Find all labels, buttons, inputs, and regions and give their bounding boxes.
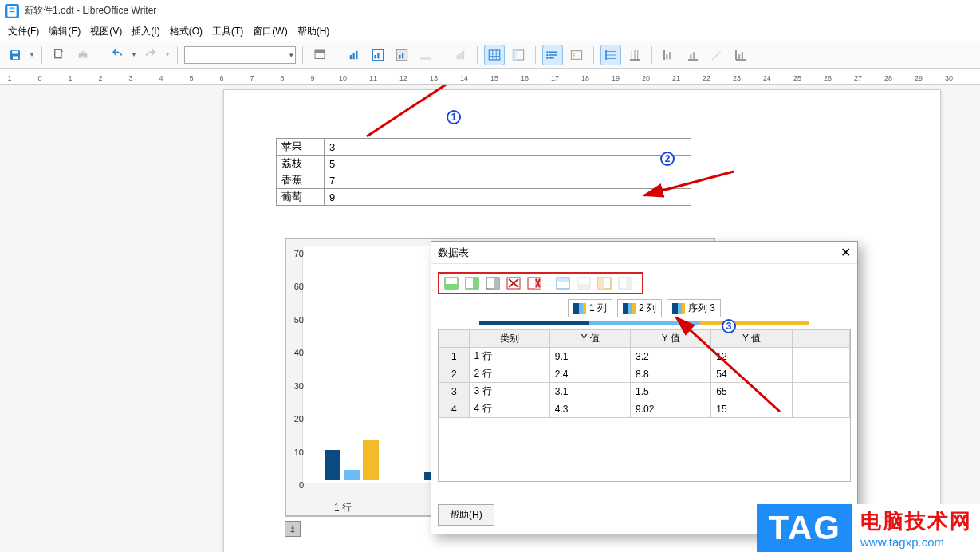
- help-button[interactable]: 帮助(H): [438, 504, 494, 526]
- app-name: LibreOffice Writer: [82, 5, 156, 16]
- grid-cell[interactable]: 3.2: [631, 348, 711, 365]
- grid-header-y3[interactable]: Y 值: [711, 330, 792, 348]
- redo-dropdown-icon[interactable]: ▾: [164, 51, 171, 58]
- grid-row-header[interactable]: 3: [439, 383, 470, 400]
- menu-format[interactable]: 格式(O): [165, 23, 207, 40]
- chart-type-combo[interactable]: ▾: [184, 46, 296, 64]
- grid-cell[interactable]: 4.3: [549, 400, 630, 418]
- move-row-up-icon[interactable]: [554, 275, 572, 291]
- grid-header-y2[interactable]: Y 值: [631, 330, 711, 348]
- menu-insert[interactable]: 插入(I): [127, 23, 164, 40]
- insert-row-icon[interactable]: [443, 275, 460, 291]
- grid-cell[interactable]: 4 行: [469, 400, 549, 418]
- grid-cell[interactable]: [792, 400, 849, 418]
- grid-cell[interactable]: 65: [711, 383, 792, 400]
- grid-cell[interactable]: 1.5: [631, 383, 711, 400]
- svg-rect-60: [742, 52, 743, 59]
- data-table-icon[interactable]: [484, 45, 505, 65]
- delete-column-icon[interactable]: [525, 275, 543, 291]
- series-tab-1[interactable]: 1 列: [568, 299, 612, 317]
- dialog-titlebar[interactable]: 数据表 ✕: [431, 242, 857, 264]
- table-cell[interactable]: [372, 172, 691, 189]
- grid-row-header[interactable]: 2: [439, 365, 470, 383]
- table-cell[interactable]: 7: [325, 172, 372, 189]
- table-cell[interactable]: 葡萄: [277, 189, 325, 206]
- move-column-left-icon[interactable]: [596, 275, 613, 291]
- format-selection-icon[interactable]: [309, 45, 330, 65]
- svg-rect-18: [377, 53, 379, 59]
- fruit-table[interactable]: 苹果3荔枝5香蕉7葡萄9: [276, 138, 691, 206]
- chart-area-icon[interactable]: [368, 45, 388, 65]
- grid-cell[interactable]: 1 行: [469, 348, 549, 365]
- table-cell[interactable]: 9: [325, 189, 372, 206]
- table-cell[interactable]: [372, 139, 691, 156]
- grid-cell[interactable]: 15: [711, 400, 792, 418]
- close-icon[interactable]: ✕: [840, 245, 851, 260]
- series-tab-3[interactable]: 序列 3: [667, 299, 721, 317]
- grid-cell[interactable]: 54: [711, 365, 792, 383]
- move-column-right-icon[interactable]: [616, 275, 634, 291]
- insert-column-icon[interactable]: [463, 275, 481, 291]
- menu-file[interactable]: 文件(F): [3, 23, 44, 40]
- undo-dropdown-icon[interactable]: ▾: [131, 51, 137, 58]
- separator: [302, 46, 303, 64]
- data-ranges-icon[interactable]: [508, 45, 529, 65]
- 3d-view-icon[interactable]: [450, 45, 470, 65]
- svg-rect-1: [10, 7, 15, 8]
- titles-icon[interactable]: [542, 45, 563, 65]
- table-cell[interactable]: 3: [325, 139, 372, 156]
- svg-rect-80: [598, 278, 604, 289]
- grid-cell[interactable]: 3 行: [469, 383, 549, 400]
- data-grid[interactable]: 类别 Y 值 Y 值 Y 值 1 1 行 9.1 3.2 12 2 2 行 2.…: [438, 329, 851, 482]
- svg-point-38: [546, 57, 548, 58]
- series-tab-2[interactable]: 2 列: [617, 299, 662, 317]
- grid-cell[interactable]: 8.8: [631, 365, 711, 383]
- menu-window[interactable]: 窗口(W): [248, 23, 292, 40]
- vertical-grid-icon[interactable]: [624, 45, 645, 65]
- delete-row-icon[interactable]: [505, 275, 522, 291]
- table-cell[interactable]: 荔枝: [277, 156, 325, 172]
- watermark-line1: 电脑技术网: [860, 507, 972, 535]
- grid-cell[interactable]: 2.4: [549, 365, 630, 383]
- table-cell[interactable]: 香蕉: [277, 172, 325, 189]
- redo-icon[interactable]: [140, 45, 161, 65]
- save-dropdown-icon[interactable]: ▾: [29, 51, 35, 58]
- grid-row-header[interactable]: 4: [439, 400, 470, 418]
- menu-tools[interactable]: 工具(T): [207, 23, 248, 40]
- x-axis-icon[interactable]: [659, 45, 679, 65]
- grid-header-y1[interactable]: Y 值: [549, 330, 630, 348]
- grid-cell[interactable]: 9.1: [549, 348, 630, 365]
- table-cell[interactable]: [372, 156, 691, 172]
- horizontal-grid-icon[interactable]: [600, 45, 621, 65]
- table-cell[interactable]: 5: [325, 156, 372, 172]
- grid-cell[interactable]: 12: [711, 348, 792, 365]
- insert-text-column-icon[interactable]: [484, 275, 502, 291]
- export-icon[interactable]: [49, 45, 69, 65]
- move-row-down-icon[interactable]: [575, 275, 592, 291]
- anchor-icon[interactable]: [285, 521, 301, 537]
- grid-row-header[interactable]: 1: [439, 348, 470, 365]
- chart-type-icon[interactable]: [344, 45, 364, 65]
- grid-cell[interactable]: [792, 348, 849, 365]
- all-axes-icon[interactable]: [730, 45, 751, 65]
- z-axis-icon[interactable]: [706, 45, 727, 65]
- grid-cell[interactable]: 9.02: [631, 400, 711, 418]
- save-icon[interactable]: [5, 45, 26, 65]
- print-icon[interactable]: [73, 45, 93, 65]
- undo-icon[interactable]: [107, 45, 128, 65]
- legend-on-off-icon[interactable]: [566, 45, 587, 65]
- chart-wall-icon[interactable]: [392, 45, 412, 65]
- menu-view[interactable]: 视图(V): [85, 23, 127, 40]
- y-axis-icon[interactable]: [683, 45, 703, 65]
- grid-header-category[interactable]: 类别: [469, 330, 549, 348]
- table-cell[interactable]: [372, 189, 691, 206]
- grid-cell[interactable]: 3.1: [549, 383, 630, 400]
- dialog-toolbar: [438, 272, 643, 294]
- menu-help[interactable]: 帮助(H): [293, 23, 335, 40]
- table-cell[interactable]: 苹果: [277, 139, 325, 156]
- grid-cell[interactable]: 2 行: [469, 365, 549, 383]
- chart-floor-icon[interactable]: [415, 45, 436, 65]
- menu-edit[interactable]: 编辑(E): [44, 23, 85, 40]
- grid-cell[interactable]: [792, 383, 849, 400]
- grid-cell[interactable]: [792, 365, 849, 383]
